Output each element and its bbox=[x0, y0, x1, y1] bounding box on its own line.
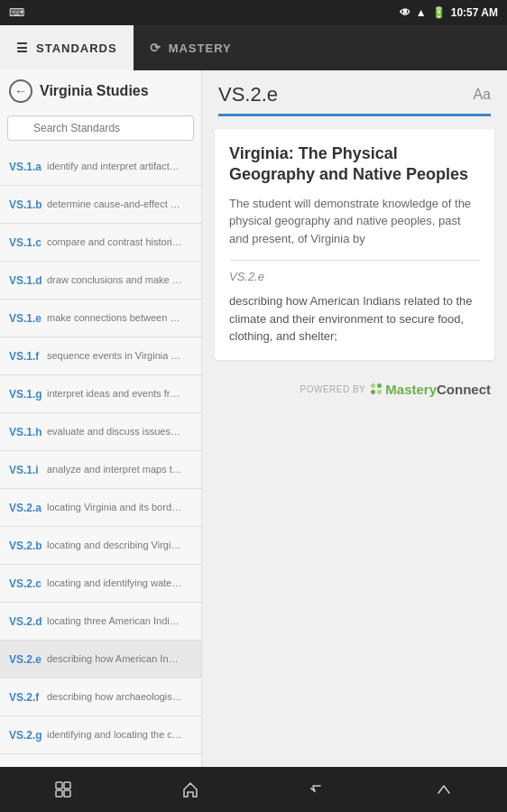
standard-code: VS.1.e bbox=[9, 312, 47, 325]
detail-sub-code: VS.2.e bbox=[229, 270, 480, 283]
detail-divider bbox=[229, 260, 480, 261]
tab-mastery[interactable]: ⟳ MASTERY bbox=[134, 25, 248, 70]
detail-sub-body: describing how American Indians related … bbox=[229, 292, 480, 346]
standard-desc: make connections between past and... bbox=[47, 311, 182, 324]
mc-dots bbox=[371, 383, 382, 394]
standard-desc: evaluate and discuss issues orally an... bbox=[47, 425, 182, 438]
list-item[interactable]: VS.2.g identifying and locating the curr… bbox=[0, 716, 201, 754]
home-icon bbox=[181, 780, 199, 798]
back-nav-icon bbox=[308, 780, 326, 798]
standard-code: VS.2.a bbox=[9, 502, 47, 514]
standard-code: VS.1.i bbox=[9, 464, 47, 476]
panel-header: ← Virginia Studies bbox=[0, 70, 201, 112]
list-item[interactable]: VS.2.h bbox=[0, 754, 201, 767]
home-button[interactable] bbox=[172, 771, 208, 807]
standard-code: VS.2.e bbox=[9, 653, 47, 666]
standard-code: VS.2.c bbox=[9, 577, 47, 590]
mastery-connect-name: MasteryConnect bbox=[385, 382, 491, 397]
list-item[interactable]: VS.2.c locating and identifying water fe… bbox=[0, 565, 201, 603]
blue-bar bbox=[218, 114, 491, 116]
back-nav-button[interactable] bbox=[299, 771, 335, 807]
list-item[interactable]: VS.1.d draw conclusions and make general… bbox=[0, 262, 201, 300]
powered-by-text: POWERED BY bbox=[300, 384, 366, 394]
list-item[interactable]: VS.1.h evaluate and discuss issues orall… bbox=[0, 413, 201, 451]
mc-dot-3 bbox=[371, 390, 375, 394]
powered-by: POWERED BY MasteryConnect bbox=[202, 373, 507, 410]
standard-code: VS.2.d bbox=[9, 615, 47, 628]
wifi-icon: ▲ bbox=[416, 6, 427, 19]
list-item[interactable]: VS.2.d locating three American Indian la… bbox=[0, 603, 201, 641]
top-nav: ☰ STANDARDS ⟳ MASTERY bbox=[0, 25, 507, 70]
detail-code: VS.2.e bbox=[218, 83, 278, 106]
list-item[interactable]: VS.1.i analyze and interpret maps to exp… bbox=[0, 451, 201, 489]
main-layout: ← Virginia Studies 🔍 VS.1.a identify and… bbox=[0, 70, 507, 767]
mc-dot-1 bbox=[371, 383, 375, 388]
search-box-wrap: 🔍 bbox=[0, 112, 201, 148]
standard-desc: identify and interpret artifacts and pr.… bbox=[47, 160, 182, 172]
left-panel: ← Virginia Studies 🔍 VS.1.a identify and… bbox=[0, 70, 202, 767]
standard-desc: locating Virginia and its bordering st..… bbox=[47, 501, 182, 513]
standard-code: VS.1.f bbox=[9, 350, 47, 363]
search-input[interactable] bbox=[7, 115, 194, 141]
standard-desc: compare and contrast historical even... bbox=[47, 235, 182, 248]
recents-icon bbox=[54, 780, 72, 798]
right-panel: VS.2.e Aa Virginia: The Physical Geograp… bbox=[202, 70, 507, 767]
list-item[interactable]: VS.1.b determine cause-and-effect relati… bbox=[0, 186, 201, 224]
bottom-nav bbox=[0, 767, 507, 812]
standards-icon: ☰ bbox=[16, 41, 29, 55]
standard-code: VS.1.c bbox=[9, 236, 47, 249]
mc-dot-row-bottom bbox=[371, 390, 382, 394]
tab-mastery-label: MASTERY bbox=[169, 42, 232, 55]
list-item[interactable]: VS.1.e make connections between past and… bbox=[0, 300, 201, 337]
up-button[interactable] bbox=[426, 771, 462, 807]
standard-desc: draw conclusions and make generali... bbox=[47, 273, 182, 286]
standards-list: VS.1.a identify and interpret artifacts … bbox=[0, 148, 201, 767]
standard-desc: analyze and interpret maps to explain... bbox=[47, 463, 182, 475]
tab-standards[interactable]: ☰ STANDARDS bbox=[0, 25, 134, 70]
detail-header: VS.2.e Aa bbox=[202, 70, 507, 106]
font-size-label[interactable]: Aa bbox=[473, 87, 491, 103]
time-display: 10:57 AM bbox=[451, 6, 498, 19]
standard-code: VS.1.b bbox=[9, 198, 47, 211]
panel-title: Virginia Studies bbox=[40, 83, 149, 99]
mastery-icon: ⟳ bbox=[150, 41, 161, 55]
mastery-connect-logo: MasteryConnect bbox=[371, 382, 491, 397]
list-item[interactable]: VS.2.a locating Virginia and its borderi… bbox=[0, 489, 201, 527]
search-wrap: 🔍 bbox=[7, 115, 194, 141]
standard-code: VS.1.d bbox=[9, 274, 47, 287]
list-item[interactable]: VS.1.c compare and contrast historical e… bbox=[0, 224, 201, 262]
standard-code: VS.1.a bbox=[9, 161, 47, 173]
standard-desc: locating and describing Virginia's Co... bbox=[47, 539, 182, 551]
standard-desc: locating and identifying water feature..… bbox=[47, 577, 182, 589]
list-item[interactable]: VS.1.g interpret ideas and events from d… bbox=[0, 375, 201, 413]
detail-title: Virginia: The Physical Geography and Nat… bbox=[229, 143, 480, 186]
tab-standards-label: STANDARDS bbox=[36, 42, 117, 55]
detail-card: Virginia: The Physical Geography and Nat… bbox=[215, 129, 494, 360]
recents-button[interactable] bbox=[45, 771, 81, 807]
standard-code: VS.1.g bbox=[9, 388, 47, 401]
standard-desc: sequence events in Virginia history; bbox=[47, 349, 182, 362]
list-item[interactable]: VS.2.e describing how American Indians r… bbox=[0, 641, 201, 678]
status-bar-right: 👁 ▲ 🔋 10:57 AM bbox=[400, 6, 498, 19]
list-item[interactable]: VS.2.f describing how archaeologists hav… bbox=[0, 678, 201, 716]
standard-desc: interpret ideas and events from diffe... bbox=[47, 387, 182, 400]
list-item[interactable]: VS.2.b locating and describing Virginia'… bbox=[0, 527, 201, 565]
standard-desc: describing how American Indians rel... bbox=[47, 652, 182, 665]
standard-desc: determine cause-and-effect relations... bbox=[47, 198, 182, 210]
status-bar-left: ⌨ bbox=[9, 6, 24, 19]
standard-code: VS.1.h bbox=[9, 426, 47, 438]
list-item[interactable]: VS.1.a identify and interpret artifacts … bbox=[0, 148, 201, 186]
standard-desc: describing how archaeologists have r... bbox=[47, 690, 182, 703]
standard-code: VS.2.f bbox=[9, 691, 47, 704]
up-icon bbox=[435, 780, 453, 798]
back-button[interactable]: ← bbox=[9, 79, 32, 103]
svg-rect-2 bbox=[56, 790, 62, 797]
svg-rect-1 bbox=[64, 782, 70, 789]
status-bar: ⌨ 👁 ▲ 🔋 10:57 AM bbox=[0, 0, 507, 25]
list-item[interactable]: VS.1.f sequence events in Virginia histo… bbox=[0, 337, 201, 375]
standard-desc: locating three American Indian langu... bbox=[47, 614, 182, 627]
eye-icon: 👁 bbox=[400, 6, 410, 19]
mc-dot-2 bbox=[377, 383, 382, 388]
mc-dot-4 bbox=[377, 390, 382, 394]
back-arrow-icon: ← bbox=[14, 84, 27, 98]
